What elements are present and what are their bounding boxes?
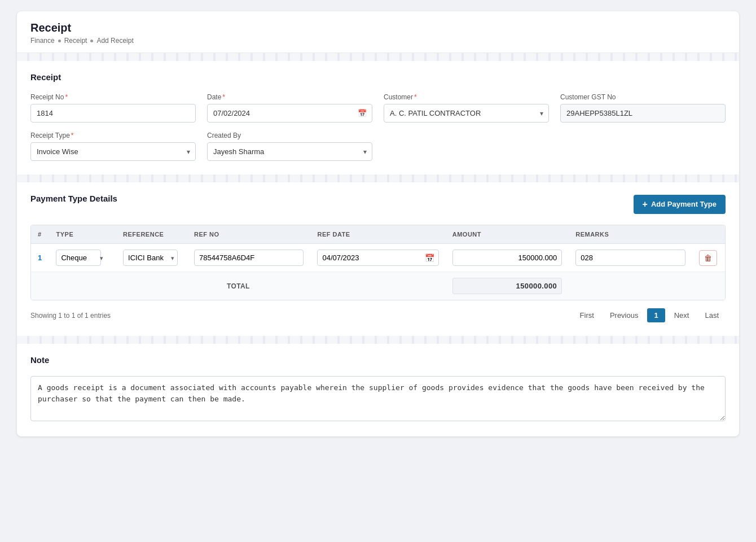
col-amount: AMOUNT [446, 225, 569, 244]
breadcrumb-receipt: Receipt [64, 37, 87, 45]
receipt-no-group: Receipt No* [30, 93, 196, 123]
created-by-select[interactable]: Jayesh Sharma [207, 142, 372, 161]
created-by-select-wrapper: Jayesh Sharma [207, 142, 372, 161]
col-ref-date: REF DATE [310, 225, 445, 244]
receipt-type-group: Receipt Type* Invoice Wise [30, 132, 196, 161]
receipt-type-select-wrapper: Invoice Wise [30, 142, 196, 161]
col-type: TYPE [49, 225, 116, 244]
reference-select[interactable]: ICICI Bank [123, 250, 178, 266]
receipt-type-select[interactable]: Invoice Wise [30, 142, 196, 161]
cell-ref-date: 📅 [310, 244, 445, 272]
total-amount-cell: 150000.000 [446, 272, 569, 300]
customer-select[interactable]: A. C. PATIL CONTRACTOR [384, 104, 549, 123]
note-textarea[interactable]: A goods receipt is a document associated… [30, 376, 726, 421]
ref-date-wrapper: 📅 [317, 250, 438, 266]
created-by-group: Created By Jayesh Sharma [207, 132, 372, 161]
decorative-strip [17, 53, 739, 61]
customer-group: Customer* A. C. PATIL CONTRACTOR [384, 93, 549, 123]
type-select[interactable]: Cheque [56, 250, 101, 266]
add-payment-label: Add Payment Type [651, 200, 717, 208]
amount-input[interactable] [452, 250, 562, 266]
col-actions [692, 225, 725, 244]
customer-label: Customer* [384, 93, 549, 101]
col-remarks: REMARKS [569, 225, 692, 244]
total-label-cell: TOTAL [31, 272, 446, 300]
cell-reference: ICICI Bank [116, 244, 187, 272]
receipt-type-label: Receipt Type* [30, 132, 196, 139]
receipt-form-grid: Receipt No* Date* 📅 Customer* [30, 93, 726, 161]
customer-select-wrapper: A. C. PATIL CONTRACTOR [384, 104, 549, 123]
remarks-input[interactable] [575, 250, 685, 266]
next-page-button[interactable]: Next [667, 308, 696, 322]
payment-table-wrapper: # TYPE REFERENCE REF NO REF DATE AMOUNT … [30, 225, 726, 300]
cell-ref-no [187, 244, 310, 272]
total-spacer [569, 272, 725, 300]
customer-gst-input[interactable] [560, 104, 726, 123]
row-num: 1 [31, 244, 49, 272]
page-header: Receipt Finance Receipt Add Receipt [17, 11, 739, 53]
reference-select-wrapper: ICICI Bank [123, 250, 178, 266]
breadcrumb-finance: Finance [30, 37, 55, 45]
note-section: Note A goods receipt is a document assoc… [17, 344, 739, 436]
cell-delete: 🗑 [692, 244, 725, 272]
cell-remarks [569, 244, 692, 272]
type-select-wrapper: Cheque [56, 250, 107, 266]
ref-date-input[interactable] [317, 250, 438, 266]
payment-section: Payment Type Details + Add Payment Type … [17, 182, 739, 336]
last-page-button[interactable]: Last [698, 308, 726, 322]
table-row: 1 Cheque ICICI B [31, 244, 725, 272]
date-label: Date* [207, 93, 372, 101]
breadcrumb-dot-2 [90, 40, 93, 42]
payment-section-title: Payment Type Details [30, 194, 117, 203]
cell-type: Cheque [49, 244, 116, 272]
payment-table: # TYPE REFERENCE REF NO REF DATE AMOUNT … [31, 225, 725, 300]
ref-no-input[interactable] [194, 250, 304, 266]
payment-section-header: Payment Type Details + Add Payment Type [30, 194, 726, 215]
created-by-label: Created By [207, 132, 372, 139]
add-payment-type-button[interactable]: + Add Payment Type [634, 195, 726, 214]
delete-row-button[interactable]: 🗑 [699, 250, 717, 266]
previous-page-button[interactable]: Previous [603, 308, 645, 322]
customer-gst-group: Customer GST No [560, 93, 726, 123]
ref-date-calendar-icon: 📅 [425, 253, 434, 263]
page-title: Receipt [30, 21, 726, 34]
table-header-row: # TYPE REFERENCE REF NO REF DATE AMOUNT … [31, 225, 725, 244]
customer-gst-label: Customer GST No [560, 93, 726, 101]
date-group: Date* 📅 [207, 93, 372, 123]
total-amount-display: 150000.000 [452, 278, 562, 294]
pagination-row: Showing 1 to 1 of 1 entries First Previo… [30, 308, 726, 322]
breadcrumb-dot-1 [58, 40, 61, 42]
receipt-no-input[interactable] [30, 104, 196, 123]
col-reference: REFERENCE [116, 225, 187, 244]
date-input[interactable] [207, 104, 372, 123]
cell-amount [446, 244, 569, 272]
note-section-title: Note [30, 355, 726, 365]
pagination-controls: First Previous 1 Next Last [573, 308, 726, 322]
date-input-wrapper: 📅 [207, 104, 372, 123]
first-page-button[interactable]: First [573, 308, 601, 322]
decorative-strip-3 [17, 336, 739, 344]
decorative-strip-2 [17, 174, 739, 182]
total-row: TOTAL 150000.000 [31, 272, 725, 300]
current-page-button[interactable]: 1 [647, 308, 665, 322]
col-num: # [31, 225, 49, 244]
entries-text: Showing 1 to 1 of 1 entries [30, 312, 111, 320]
col-ref-no: REF NO [187, 225, 310, 244]
receipt-section-title: Receipt [30, 72, 726, 82]
breadcrumb-add-receipt: Add Receipt [96, 37, 133, 45]
receipt-section: Receipt Receipt No* Date* 📅 [17, 61, 739, 174]
receipt-no-label: Receipt No* [30, 93, 196, 101]
plus-icon: + [643, 199, 648, 209]
breadcrumb: Finance Receipt Add Receipt [30, 37, 726, 45]
